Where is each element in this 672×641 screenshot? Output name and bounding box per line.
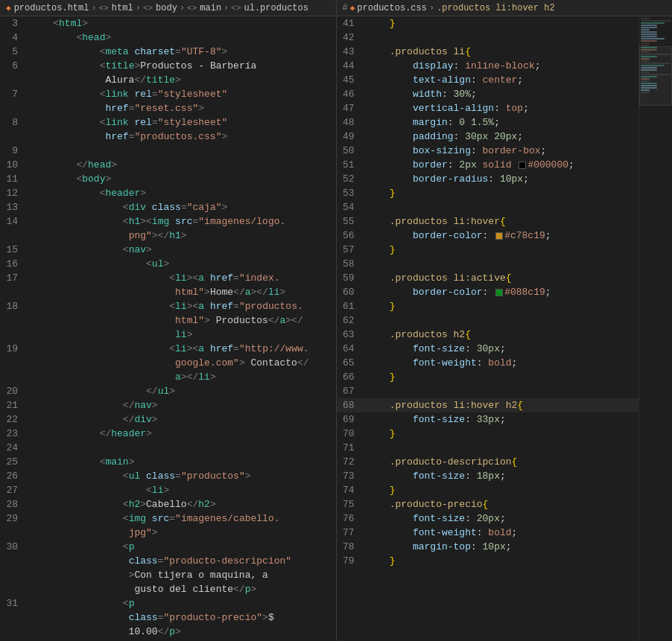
css-line-78: 78 margin-top: 10px;	[337, 540, 639, 554]
css-line-50: 50 box-sizing: border-box;	[337, 144, 639, 158]
html-line-16: 16 <ul>	[0, 257, 336, 271]
html-line-19: 19 <li><a href="http://www. google.com">…	[0, 342, 336, 384]
css-line-61: 61 }	[337, 299, 639, 313]
css-line-79: 79 }	[337, 554, 639, 568]
css-minimap-content	[639, 16, 672, 641]
css-line-52: 52 border-radius: 10px;	[337, 172, 639, 186]
css-line-67: 67	[337, 384, 639, 398]
css-line-72: 72 .producto-descripcion{	[337, 455, 639, 469]
right-breadcrumb: # ◆ productos.css › .productos li:hover …	[337, 0, 673, 16]
color-swatch-hover	[495, 232, 503, 240]
html-line-11: 11 <body>	[0, 172, 336, 186]
html-line-29: 29 <img src="imagenes/cabello. jpg">	[0, 511, 336, 540]
html-line-30: 30 <p class="producto-descripcion" >Con …	[0, 540, 336, 596]
css-line-70: 70 }	[337, 427, 639, 441]
html-line-6: 6 <title>Productos - Barbería Alura</tit…	[0, 59, 336, 87]
css-line-60: 60 border-color: #088c19;	[337, 285, 639, 299]
html-line-9: 9	[0, 144, 336, 158]
css-line-51: 51 border: 2px solid #000000;	[337, 158, 639, 172]
html-editor-pane[interactable]: 3 <html> 4 <head> 5 <meta charset="UTF-8…	[0, 16, 337, 641]
css-line-45: 45 text-align: center;	[337, 73, 639, 87]
css-line-43: 43 .productos li{	[337, 45, 639, 59]
angle-icon: <>	[99, 4, 109, 13]
css-line-48: 48 margin: 0 1.5%;	[337, 115, 639, 130]
css-line-59: 59 .productos li:active{	[337, 271, 639, 285]
color-swatch-active	[495, 289, 503, 296]
html-code-area[interactable]: 3 <html> 4 <head> 5 <meta charset="UTF-8…	[0, 16, 336, 641]
css-file-icon: ◆	[350, 3, 355, 13]
css-line-54: 54	[337, 200, 639, 214]
css-code-lines: 41 } 42 43 .productos li{ 44 di	[337, 16, 639, 568]
ul-icon: <>	[231, 4, 241, 13]
html-line-3: 3 <html>	[0, 16, 336, 31]
html-file-icon: ◆	[6, 3, 11, 13]
css-line-75: 75 .producto-precio{	[337, 497, 639, 511]
html-line-28: 28 <h2>Cabello</h2>	[0, 497, 336, 511]
css-line-53: 53 }	[337, 186, 639, 200]
css-minimap	[638, 16, 672, 641]
html-line-24: 24	[0, 441, 336, 455]
css-line-77: 77 font-weight: bold;	[337, 526, 639, 540]
css-line-68: 68 .productos li:hover h2{	[337, 398, 639, 412]
html-line-26: 26 <ul class="productos">	[0, 469, 336, 483]
css-line-55: 55 .productos li:hover{	[337, 214, 639, 229]
css-line-76: 76 font-size: 20px;	[337, 511, 639, 526]
breadcrumb-html-tag: <> html	[99, 3, 133, 13]
hash-icon: #	[343, 3, 348, 13]
left-breadcrumb: ◆ productos.html › <> html › <> body › <…	[0, 0, 337, 16]
breadcrumb-main: <> main	[187, 3, 221, 13]
html-line-12: 12 <header>	[0, 186, 336, 200]
css-editor-pane[interactable]: 41 } 42 43 .productos li{ 44 di	[337, 16, 673, 641]
css-line-74: 74 }	[337, 483, 639, 497]
css-line-49: 49 padding: 30px 20px;	[337, 130, 639, 144]
html-code-lines: 3 <html> 4 <head> 5 <meta charset="UTF-8…	[0, 16, 336, 641]
css-line-73: 73 font-size: 18px;	[337, 469, 639, 483]
breadcrumb-selector: .productos li:hover h2	[437, 3, 554, 13]
html-line-18: 18 <li><a href="productos. html"> Produc…	[0, 299, 336, 342]
html-line-10: 10 </head>	[0, 158, 336, 172]
breadcrumb-body: <> body	[143, 3, 177, 13]
html-line-7: 7 <link rel="stylesheet" href="reset.css…	[0, 87, 336, 115]
css-line-56: 56 border-color: #c78c19;	[337, 229, 639, 243]
html-line-21: 21 </nav>	[0, 398, 336, 412]
css-line-44: 44 display: inline-block;	[337, 59, 639, 73]
html-line-23: 23 </header>	[0, 427, 336, 441]
html-line-17: 17 <li><a href="index. html">Home</a></l…	[0, 271, 336, 299]
html-line-8: 8 <link rel="stylesheet" href="productos…	[0, 115, 336, 144]
tag-icon: <>	[143, 4, 153, 13]
css-line-46: 46 width: 30%;	[337, 87, 639, 101]
html-line-31: 31 <p class="producto-precio">$ 10.00</p…	[0, 596, 336, 639]
css-line-65: 65 font-weight: bold;	[337, 356, 639, 370]
css-line-66: 66 }	[337, 370, 639, 384]
css-line-58: 58	[337, 257, 639, 271]
html-line-20: 20 </ul>	[0, 384, 336, 398]
css-line-57: 57 }	[337, 243, 639, 257]
css-line-42: 42	[337, 31, 639, 45]
html-line-27: 27 <li>	[0, 483, 336, 497]
css-line-41: 41 }	[337, 16, 639, 31]
css-line-69: 69 font-size: 33px;	[337, 412, 639, 427]
color-swatch-black	[519, 162, 526, 169]
html-line-13: 13 <div class="caja">	[0, 200, 336, 214]
html-line-22: 22 </div>	[0, 412, 336, 427]
css-line-63: 63 .productos h2{	[337, 328, 639, 342]
breadcrumb-ul: <> ul.productos	[231, 3, 308, 13]
breadcrumb-file-html[interactable]: ◆ productos.html	[6, 3, 89, 13]
css-line-47: 47 vertical-align: top;	[337, 101, 639, 115]
css-line-64: 64 font-size: 30px;	[337, 342, 639, 356]
css-line-62: 62	[337, 313, 639, 328]
html-line-5: 5 <meta charset="UTF-8">	[0, 45, 336, 59]
css-line-71: 71	[337, 441, 639, 455]
html-line-25: 25 <main>	[0, 455, 336, 469]
html-line-15: 15 <nav>	[0, 243, 336, 257]
css-code-area[interactable]: 41 } 42 43 .productos li{ 44 di	[337, 16, 639, 641]
html-line-14: 14 <h1><img src="imagenes/logo. png"></h…	[0, 214, 336, 243]
tag2-icon: <>	[187, 4, 197, 13]
html-line-4: 4 <head>	[0, 31, 336, 45]
